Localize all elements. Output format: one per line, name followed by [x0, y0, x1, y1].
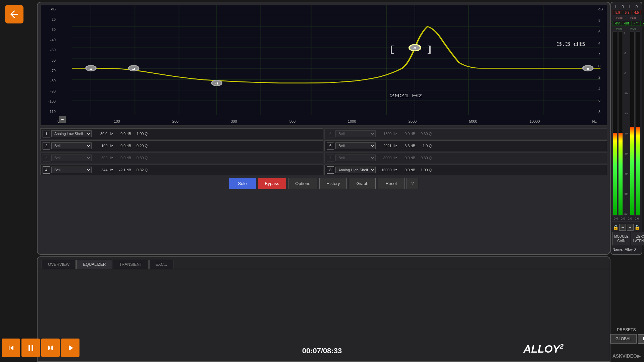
db-label-right: 4 [598, 41, 605, 45]
plus-mod-button[interactable]: + [627, 224, 634, 231]
meter-fill-l1 [613, 133, 617, 215]
pause-button[interactable] [21, 339, 40, 357]
svg-text:2921 Hz: 2921 Hz [390, 93, 423, 99]
minus-mod-button[interactable]: − [619, 224, 626, 231]
band-type-select-4[interactable]: Bell [51, 167, 92, 173]
scale-40: -40 [624, 172, 629, 175]
eq-buttons-row: Solo Bypass Options History Graph Reset … [40, 178, 607, 189]
band-number-6[interactable]: 6 [327, 142, 334, 149]
tab-overview[interactable]: OVERVIEW [42, 260, 76, 269]
rms-label: RMS [630, 27, 636, 30]
svg-text:[: [ [390, 44, 394, 54]
lock-right-icon[interactable]: 🔒 [634, 225, 640, 230]
peak-val-r1: -5.9 [622, 10, 631, 15]
scale-15: -15 [624, 112, 629, 115]
band-q-1: 1.00 Q [132, 132, 148, 136]
name-label: Name: [612, 247, 623, 251]
band-type-select-2[interactable]: Bell [51, 142, 92, 149]
play-icon [66, 343, 75, 353]
options-button[interactable]: Options [288, 178, 317, 189]
meter-bar-r1 [618, 32, 623, 216]
meter-fill-l2 [630, 127, 634, 215]
module-preset-button[interactable]: MODULE [638, 334, 644, 344]
meter-fill-r2 [636, 127, 640, 215]
band-row-1: 1 Analog Low Shelf 30.0 Hz 0.0 dB 1.00 Q [40, 128, 323, 139]
band-number-1[interactable]: 1 [43, 130, 50, 137]
rewind-button[interactable] [2, 339, 20, 357]
db-label-right: 2 [598, 75, 605, 79]
band-number-4[interactable]: 4 [43, 166, 50, 174]
band-number-8[interactable]: 8 [327, 166, 334, 174]
db-label-right: 0 [598, 64, 605, 68]
peak-label: Peak [630, 16, 636, 19]
band-type-select-3[interactable]: Bell [51, 155, 92, 161]
band-number-5[interactable]: 5 [327, 130, 334, 137]
svg-text:2: 2 [132, 67, 136, 70]
hz-label: 100 [114, 119, 120, 123]
zero-latency-button[interactable]: ZEROLATENCY [632, 232, 644, 245]
presets-buttons: GLOBAL MODULE [610, 334, 642, 344]
db-label: -60 [42, 58, 56, 62]
band-number-2[interactable]: 2 [43, 142, 50, 149]
eq-graph[interactable]: dB -20 -30 -40 -50 -60 -70 -80 -90 -100 … [40, 5, 607, 126]
eq-minus-button[interactable]: − [59, 116, 66, 123]
tab-transient[interactable]: TRANSIENT [113, 260, 148, 269]
band-number-7[interactable]: 7 [327, 154, 334, 162]
scale-30: -30 [624, 152, 629, 155]
meter-bottom-val: 0.0 [614, 217, 618, 220]
rms-values-row: -Inf -Inf -Inf -Inf [612, 21, 640, 26]
rewind-icon [6, 343, 16, 353]
scale-3: -3 [624, 52, 629, 55]
band-q-6: 1.9 Q [417, 144, 432, 148]
rms-label: RMS [616, 27, 623, 30]
db-label-right: 6 [598, 30, 605, 34]
band-type-select-6[interactable]: Bell [335, 142, 376, 149]
scale-10: -10 [624, 92, 629, 95]
bypass-button[interactable]: Bypass [258, 178, 286, 189]
band-row-3: 3 Bell 300 Hz 0.0 dB 0.30 Q [40, 153, 323, 163]
band-gain-7: 0.0 dB [398, 156, 415, 160]
graph-button[interactable]: Graph [349, 178, 376, 189]
play-extra-button[interactable] [61, 339, 79, 357]
band-gain-6: 3.3 dB [398, 144, 415, 148]
reset-button[interactable]: Reset [378, 178, 405, 189]
db-label: -70 [42, 69, 56, 73]
hz-labels-bottom: 50 100 200 300 500 1000 2000 5000 10000 … [57, 117, 597, 125]
module-gain-button[interactable]: MODULEGAIN [612, 232, 630, 245]
help-button[interactable]: ? [407, 178, 418, 189]
band-freq-4: 344 Hz [93, 168, 113, 172]
hz-label: 1000 [348, 119, 356, 123]
forward-button[interactable] [41, 339, 60, 357]
timecode: 00:07/08:33 [302, 347, 342, 355]
askvideo-watermark: ASKVIDEO▶ [612, 353, 641, 359]
lock-left-icon[interactable]: 🔒 [613, 225, 619, 230]
global-preset-button[interactable]: GLOBAL [610, 334, 637, 344]
tab-exciter[interactable]: EXC... [149, 260, 174, 269]
band-gain-8: 0.0 dB [398, 168, 415, 172]
hz-label: 10000 [530, 119, 540, 123]
tab-equalizer[interactable]: EQUALIZER [76, 260, 112, 269]
solo-button[interactable]: Solo [229, 178, 256, 189]
db-label: -40 [42, 38, 56, 42]
band-type-select-5[interactable]: Bell [335, 130, 376, 137]
module-name-row: Name: Alloy 0 [612, 247, 640, 251]
meter-scale: 0 -3 -6 -10 -15 -20 -30 -40 -50 -inf [624, 32, 629, 216]
band-gain-3: 0.0 dB [114, 156, 131, 160]
band-type-select-1[interactable]: Analog Low Shelf [51, 130, 92, 137]
band-freq-8: 16000 Hz [377, 168, 397, 172]
meter-bottom-val: 0.0 [621, 217, 625, 220]
eq-curve-svg: 1 2 4 6 [ ] 8 3.3 dB 2921 Hz [41, 5, 607, 125]
back-button[interactable] [5, 5, 23, 23]
svg-text:8: 8 [586, 67, 590, 70]
band-type-select-7[interactable]: Bell [335, 155, 376, 161]
band-type-select-8[interactable]: Analog High Shelf [335, 167, 376, 173]
band-q-7: 0.30 Q [417, 156, 432, 160]
meter-label-l2: L [629, 5, 631, 9]
transport-controls [2, 339, 79, 357]
band-gain-1: 0.0 dB [114, 132, 131, 136]
band-freq-1: 30.0 Hz [93, 132, 113, 136]
history-button[interactable]: History [319, 178, 347, 189]
band-number-3[interactable]: 3 [43, 154, 50, 162]
band-row-6: 6 Bell 2921 Hz 3.3 dB 1.9 Q [324, 140, 607, 151]
peak-label: Peak [616, 16, 623, 19]
